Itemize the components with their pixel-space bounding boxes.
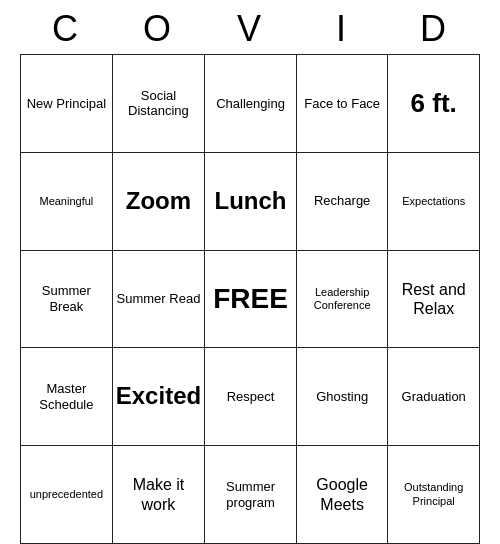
cell-r4-c2: Summer program [205,446,297,544]
cell-r2-c1: Summer Read [112,250,204,348]
cell-r1-c1: Zoom [112,152,204,250]
cell-r1-c0: Meaningful [21,152,113,250]
header-o: O [112,8,204,50]
cell-r4-c0: unprecedented [21,446,113,544]
cell-r2-c0: Summer Break [21,250,113,348]
header-v: V [204,8,296,50]
cell-r4-c3: Google Meets [296,446,387,544]
cell-r3-c1: Excited [112,348,204,446]
bingo-header: C O V I D [20,0,480,54]
cell-r0-c4: 6 ft. [388,55,480,153]
cell-r1-c3: Recharge [296,152,387,250]
cell-r0-c0: New Principal [21,55,113,153]
cell-r1-c4: Expectations [388,152,480,250]
cell-r3-c3: Ghosting [296,348,387,446]
cell-r3-c0: Master Schedule [21,348,113,446]
cell-r4-c1: Make it work [112,446,204,544]
cell-r3-c4: Graduation [388,348,480,446]
header-c: C [20,8,112,50]
header-i: I [296,8,388,50]
cell-r1-c2: Lunch [205,152,297,250]
cell-r3-c2: Respect [205,348,297,446]
cell-r0-c2: Challenging [205,55,297,153]
header-d: D [388,8,480,50]
cell-r2-c4: Rest and Relax [388,250,480,348]
cell-r0-c3: Face to Face [296,55,387,153]
cell-r2-c3: Leadership Conference [296,250,387,348]
bingo-grid: New PrincipalSocial DistancingChallengin… [20,54,480,544]
cell-r2-c2: FREE [205,250,297,348]
cell-r4-c4: Outstanding Principal [388,446,480,544]
cell-r0-c1: Social Distancing [112,55,204,153]
